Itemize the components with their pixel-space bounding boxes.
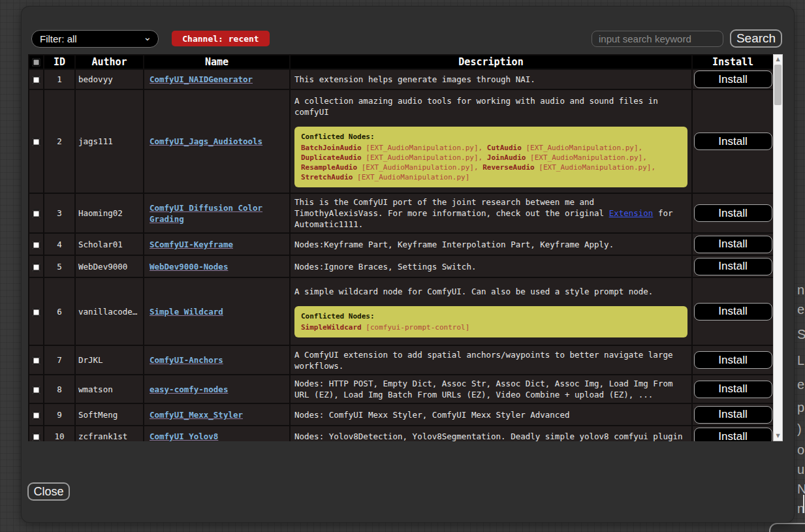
description-text: This extension helps generate images thr… bbox=[294, 74, 687, 85]
header-install: Install bbox=[692, 55, 773, 69]
row-checkbox[interactable] bbox=[32, 263, 40, 272]
install-button[interactable]: Install bbox=[694, 204, 772, 222]
table-row: 4Scholar01SComfyUI-KeyframeNodes:Keyfram… bbox=[29, 233, 773, 255]
dialog-toolbar: Filter: all ⌄ Channel: recent Search bbox=[28, 29, 787, 49]
install-button[interactable]: Install bbox=[694, 351, 772, 369]
extension-name-link[interactable]: easy-comfy-nodes bbox=[150, 384, 228, 394]
description-text: Nodes: Yolov8Detection, Yolov8Segmentati… bbox=[294, 431, 687, 441]
row-checkbox[interactable] bbox=[32, 356, 40, 365]
install-custom-nodes-dialog: Filter: all ⌄ Channel: recent Search ID … bbox=[22, 7, 794, 522]
background-corner-panel bbox=[769, 523, 805, 532]
row-checkbox[interactable] bbox=[32, 138, 40, 146]
extension-name-link[interactable]: ComfyUI Yolov8 bbox=[150, 431, 218, 441]
install-button[interactable]: Install bbox=[694, 258, 772, 275]
scroll-up-arrow[interactable]: ▲ bbox=[774, 55, 782, 64]
row-checkbox[interactable] bbox=[32, 386, 40, 394]
filter-dropdown[interactable]: Filter: all bbox=[32, 31, 158, 47]
row-checkbox[interactable] bbox=[32, 210, 40, 218]
select-all-checkbox[interactable] bbox=[32, 58, 40, 67]
row-description: Nodes:Keyframe Part, Keyframe Interpolat… bbox=[290, 233, 692, 255]
channel-badge-button[interactable]: Channel: recent bbox=[172, 31, 270, 46]
row-id: 3 bbox=[44, 193, 75, 233]
description-text: Nodes:Keyframe Part, Keyframe Interpolat… bbox=[294, 239, 687, 250]
extension-name-link[interactable]: ComfyUI-Anchors bbox=[150, 355, 223, 365]
extension-name-link[interactable]: ComfyUI_Jags_Audiotools bbox=[150, 136, 262, 146]
header-name: Name bbox=[144, 55, 290, 69]
header-id: ID bbox=[44, 55, 75, 69]
extension-name-link[interactable]: Simple Wildcard bbox=[150, 307, 223, 317]
description-text: Nodes: HTTP POST, Empty Dict, Assoc Str,… bbox=[294, 378, 687, 400]
row-author: bedovyy bbox=[75, 69, 144, 89]
extension-name-link[interactable]: SComfyUI-Keyframe bbox=[150, 240, 233, 249]
row-id: 6 bbox=[44, 277, 75, 345]
row-install-cell: Install bbox=[692, 426, 773, 441]
row-install-cell: Install bbox=[692, 277, 773, 345]
header-author: Author bbox=[75, 55, 144, 69]
row-checkbox-cell bbox=[29, 277, 44, 345]
row-checkbox[interactable] bbox=[32, 76, 40, 84]
row-author: SoftMeng bbox=[75, 403, 144, 426]
search-input[interactable] bbox=[592, 31, 723, 47]
install-button[interactable]: Install bbox=[694, 70, 772, 88]
extension-name-link[interactable]: ComfyUI Diffusion Color Grading bbox=[150, 203, 262, 224]
row-name-cell: SComfyUI-Keyframe bbox=[144, 233, 290, 255]
row-description: A collection amazing audio tools for wor… bbox=[290, 89, 692, 193]
row-checkbox[interactable] bbox=[32, 411, 40, 420]
description-text: Nodes:Ignore Braces, Settings Switch. bbox=[294, 261, 687, 272]
row-author: DrJKL bbox=[75, 345, 144, 375]
row-install-cell: Install bbox=[692, 69, 773, 89]
row-author: jags111 bbox=[75, 89, 144, 193]
background-text-fragment: u bbox=[797, 462, 805, 477]
row-install-cell: Install bbox=[692, 345, 773, 375]
row-description: This is the ComfyUI port of the joint re… bbox=[290, 193, 692, 233]
header-checkbox-cell bbox=[29, 55, 44, 69]
background-text-fragment: ) bbox=[797, 421, 805, 437]
row-checkbox-cell bbox=[29, 255, 44, 277]
row-name-cell: ComfyUI Diffusion Color Grading bbox=[144, 193, 290, 233]
description-link[interactable]: Extension bbox=[609, 208, 654, 218]
extension-name-link[interactable]: WebDev9000-Nodes bbox=[150, 262, 228, 272]
row-description: Nodes: ComfyUI Mexx Styler, ComfyUI Mexx… bbox=[290, 403, 692, 426]
scroll-down-arrow[interactable]: ▼ bbox=[774, 431, 782, 441]
header-description: Description bbox=[290, 55, 692, 69]
table-row: 7DrJKLComfyUI-AnchorsA ComfyUI extension… bbox=[29, 345, 773, 375]
row-checkbox[interactable] bbox=[32, 308, 40, 317]
row-author: Haoming02 bbox=[75, 193, 144, 233]
table-row: 5WebDev9000WebDev9000-NodesNodes:Ignore … bbox=[29, 255, 773, 277]
install-button[interactable]: Install bbox=[694, 236, 772, 253]
install-button[interactable]: Install bbox=[694, 133, 772, 150]
search-button[interactable]: Search bbox=[730, 29, 782, 48]
extension-name-link[interactable]: ComfyUI_Mexx_Styler bbox=[150, 410, 243, 420]
row-install-cell: Install bbox=[692, 233, 773, 255]
description-text: Nodes: ComfyUI Mexx Styler, ComfyUI Mexx… bbox=[294, 409, 687, 420]
extension-name-link[interactable]: ComfyUI_NAIDGenerator bbox=[150, 74, 253, 84]
row-name-cell: Simple Wildcard bbox=[144, 277, 290, 345]
close-button[interactable]: Close bbox=[27, 482, 70, 501]
row-checkbox[interactable] bbox=[32, 241, 40, 249]
background-text-fragment: e bbox=[797, 302, 805, 317]
scrollbar-thumb[interactable] bbox=[774, 65, 781, 105]
install-button[interactable]: Install bbox=[694, 428, 772, 441]
background-text-fragment: S bbox=[797, 326, 805, 342]
install-button[interactable]: Install bbox=[694, 303, 772, 321]
row-checkbox[interactable] bbox=[32, 433, 40, 441]
background-text-fragment: p bbox=[797, 399, 805, 415]
row-description: A ComfyUI extension to add spatial ancho… bbox=[290, 345, 692, 375]
table-row: 8wmatsoneasy-comfy-nodesNodes: HTTP POST… bbox=[29, 375, 773, 403]
row-author: zcfrank1st bbox=[75, 426, 144, 441]
table-row: 9SoftMengComfyUI_Mexx_StylerNodes: Comfy… bbox=[29, 403, 773, 426]
table-scrollbar[interactable]: ▲ ▼ bbox=[773, 54, 783, 441]
row-name-cell: ComfyUI_NAIDGenerator bbox=[144, 69, 290, 89]
row-install-cell: Install bbox=[692, 375, 773, 403]
row-checkbox-cell bbox=[29, 403, 44, 426]
background-text-fragment: L bbox=[797, 352, 805, 368]
row-checkbox-cell bbox=[29, 426, 44, 441]
background-text-fragment: e bbox=[797, 377, 805, 392]
conflicted-nodes-list: SimpleWildcard [comfyui-prompt-control] bbox=[301, 322, 681, 332]
install-button[interactable]: Install bbox=[694, 406, 772, 424]
row-checkbox-cell bbox=[29, 375, 44, 403]
background-edge-line bbox=[803, 495, 804, 513]
row-checkbox-cell bbox=[29, 89, 44, 193]
row-id: 4 bbox=[44, 233, 75, 255]
install-button[interactable]: Install bbox=[694, 381, 772, 398]
